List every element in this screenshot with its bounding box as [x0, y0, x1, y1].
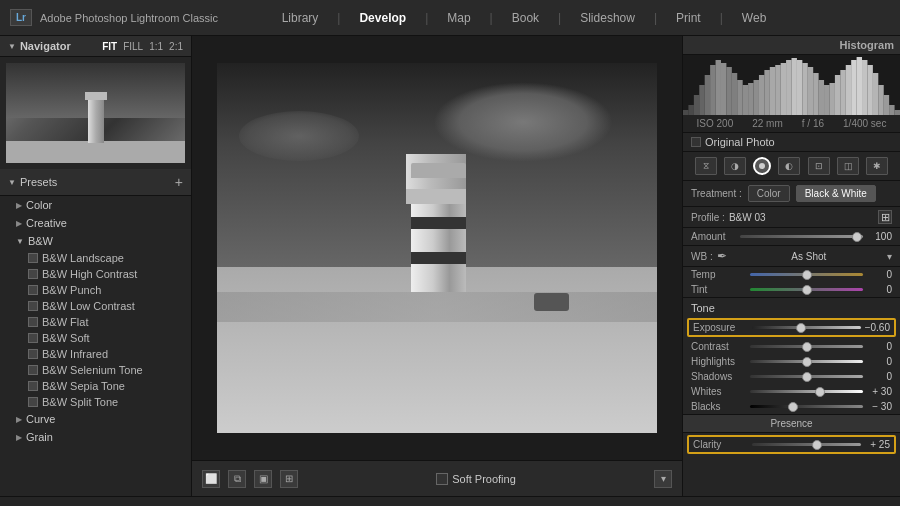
zoom-2to1[interactable]: 2:1: [169, 41, 183, 52]
effects-tool[interactable]: ✱: [866, 157, 888, 175]
svg-rect-16: [770, 67, 775, 115]
preset-group-creative[interactable]: ▶ Creative: [0, 214, 191, 232]
highlights-value: 0: [867, 356, 892, 367]
clarity-slider[interactable]: [752, 443, 861, 446]
presets-header[interactable]: ▼ Presets +: [0, 169, 191, 196]
highlights-row: Highlights 0: [683, 354, 900, 369]
navigator-collapse-icon[interactable]: ▼: [8, 42, 16, 51]
shadows-value: 0: [867, 371, 892, 382]
preset-bw-landscape[interactable]: B&W Landscape: [0, 250, 191, 266]
preset-bw-selenium[interactable]: B&W Selenium Tone: [0, 362, 191, 378]
bottom-bar: Copy... Paste Previous Reset: [0, 496, 900, 506]
nav-library[interactable]: Library: [278, 11, 323, 25]
hsl-tool[interactable]: ◑: [724, 157, 746, 175]
zoom-fit[interactable]: FIT: [102, 41, 117, 52]
temp-slider[interactable]: [750, 273, 863, 276]
wb-eyedropper-tool[interactable]: ✒: [717, 249, 731, 263]
svg-rect-20: [792, 58, 797, 115]
preset-group-bw[interactable]: ▼ B&W: [0, 232, 191, 250]
photo-container[interactable]: [192, 36, 682, 460]
add-preset-button[interactable]: +: [175, 174, 183, 190]
zoom-out-icon[interactable]: ▾: [654, 470, 672, 488]
treatment-color-btn[interactable]: Color: [748, 185, 790, 202]
amount-row: Amount 100: [683, 228, 900, 246]
exposure-slider[interactable]: [752, 326, 861, 329]
nav-book[interactable]: Book: [508, 11, 543, 25]
tone-curve-tool[interactable]: ⧖: [695, 157, 717, 175]
color-mixer-tool[interactable]: [753, 157, 771, 175]
blacks-label: Blacks: [691, 401, 746, 412]
whites-label: Whites: [691, 386, 746, 397]
soft-proofing-toggle[interactable]: Soft Proofing: [436, 473, 516, 485]
exposure-group: Exposure −0.60: [687, 318, 896, 337]
svg-rect-12: [748, 83, 753, 115]
nav-map[interactable]: Map: [443, 11, 474, 25]
zoom-fill[interactable]: FILL: [123, 41, 143, 52]
whites-slider[interactable]: [750, 390, 863, 393]
preset-group-curve[interactable]: ▶ Curve: [0, 410, 191, 428]
whites-thumb[interactable]: [815, 387, 825, 397]
amount-slider[interactable]: [740, 235, 863, 238]
split-tone-tool[interactable]: ◐: [778, 157, 800, 175]
profile-grid-btn[interactable]: ⊞: [878, 210, 892, 224]
preset-bw-punch[interactable]: B&W Punch: [0, 282, 191, 298]
survey-icon[interactable]: ⊞: [280, 470, 298, 488]
preset-bw-low-contrast[interactable]: B&W Low Contrast: [0, 298, 191, 314]
treatment-bw-btn[interactable]: Black & White: [796, 185, 876, 202]
crop-tool-icon[interactable]: ⬜: [202, 470, 220, 488]
navigator-preview[interactable]: [6, 63, 185, 163]
contrast-thumb[interactable]: [802, 342, 812, 352]
exposure-thumb[interactable]: [796, 323, 806, 333]
preset-bw-sepia[interactable]: B&W Sepia Tone: [0, 378, 191, 394]
details-tool[interactable]: ⊡: [808, 157, 830, 175]
nav-print[interactable]: Print: [672, 11, 705, 25]
svg-rect-32: [857, 57, 862, 115]
preset-bw-flat[interactable]: B&W Flat: [0, 314, 191, 330]
preset-bw-infrared[interactable]: B&W Infrared: [0, 346, 191, 362]
compare-icon[interactable]: ▣: [254, 470, 272, 488]
shadows-slider[interactable]: [750, 375, 863, 378]
wb-dropdown-arrow[interactable]: ▾: [887, 251, 892, 262]
contrast-slider[interactable]: [750, 345, 863, 348]
highlights-slider[interactable]: [750, 360, 863, 363]
preset-group-grain[interactable]: ▶ Grain: [0, 428, 191, 446]
svg-rect-31: [851, 60, 856, 115]
tint-slider[interactable]: [750, 288, 863, 291]
blacks-thumb[interactable]: [788, 402, 798, 412]
svg-rect-10: [737, 80, 742, 115]
blacks-slider[interactable]: [750, 405, 863, 408]
preset-bw-soft[interactable]: B&W Soft: [0, 330, 191, 346]
svg-rect-18: [781, 63, 786, 115]
lens-tool[interactable]: ◫: [837, 157, 859, 175]
amount-thumb[interactable]: [852, 232, 862, 242]
camera-info: ISO 200 22 mm f / 16 1/400 sec: [683, 115, 900, 133]
svg-rect-26: [824, 85, 829, 115]
iso-value: ISO 200: [697, 118, 734, 129]
nav-web[interactable]: Web: [738, 11, 770, 25]
soft-proofing-checkbox[interactable]: [436, 473, 448, 485]
preset-bw-landscape-icon: [28, 253, 38, 263]
profile-value: B&W 03: [729, 212, 766, 223]
svg-rect-39: [895, 110, 900, 115]
temp-thumb[interactable]: [802, 270, 812, 280]
contrast-row: Contrast 0: [683, 339, 900, 354]
preset-group-color[interactable]: ▶ Color: [0, 196, 191, 214]
color-group-label: Color: [26, 199, 52, 211]
svg-rect-3: [699, 85, 704, 115]
nav-slideshow[interactable]: Slideshow: [576, 11, 639, 25]
svg-rect-17: [775, 65, 780, 115]
clarity-group: Clarity + 25: [687, 435, 896, 454]
preset-bw-high-contrast[interactable]: B&W High Contrast: [0, 266, 191, 282]
temp-row: Temp 0: [683, 267, 900, 282]
zoom-1to1[interactable]: 1:1: [149, 41, 163, 52]
presence-header[interactable]: Presence: [683, 414, 900, 433]
preset-bw-split-tone[interactable]: B&W Split Tone: [0, 394, 191, 410]
highlights-thumb[interactable]: [802, 357, 812, 367]
shadows-thumb[interactable]: [802, 372, 812, 382]
clarity-thumb[interactable]: [812, 440, 822, 450]
nav-develop[interactable]: Develop: [355, 11, 410, 25]
preset-bw-infrared-icon: [28, 349, 38, 359]
before-after-icon[interactable]: ⧉: [228, 470, 246, 488]
tint-thumb[interactable]: [802, 285, 812, 295]
original-photo-checkbox[interactable]: [691, 137, 701, 147]
